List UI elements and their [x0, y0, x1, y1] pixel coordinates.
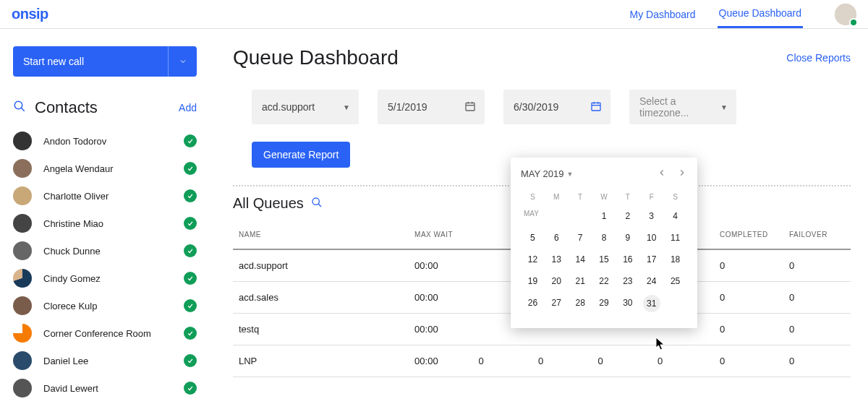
calendar-day[interactable]: 1 — [592, 205, 616, 227]
contact-name: Angela Wendaur — [43, 163, 114, 174]
profile-avatar[interactable] — [835, 4, 856, 25]
nav-my-dashboard[interactable]: My Dashboard — [629, 1, 697, 27]
calendar-day[interactable]: 7 — [569, 227, 592, 249]
start-date-value: 5/1/2019 — [388, 101, 427, 113]
dropdown-icon: ▼ — [720, 103, 728, 111]
table-cell: acd.support — [233, 249, 409, 282]
calendar-day[interactable]: 23 — [616, 270, 639, 292]
calendar-day[interactable]: 26 — [521, 292, 545, 315]
contact-item[interactable]: Daniel Lee — [13, 347, 197, 374]
calendar-day[interactable]: 10 — [639, 227, 663, 249]
calendar-day[interactable]: 18 — [663, 249, 687, 270]
calendar-day[interactable]: 30 — [616, 292, 639, 315]
table-cell: testq — [233, 314, 409, 345]
presence-indicator — [849, 18, 858, 27]
contact-name: Cindy Gomez — [43, 273, 101, 284]
calendar-day[interactable]: 11 — [663, 227, 687, 249]
check-icon — [187, 192, 194, 199]
contact-avatar — [13, 269, 32, 288]
presence-badge — [184, 327, 197, 340]
table-cell: 0 — [532, 345, 592, 377]
table-cell: 00:00 — [409, 282, 472, 314]
search-icon[interactable] — [13, 100, 26, 116]
contact-item[interactable]: Corner Conference Room — [13, 319, 197, 347]
contact-item[interactable]: Clorece Kulp — [13, 292, 197, 319]
presence-badge — [184, 162, 197, 175]
calendar-day-header: S — [521, 189, 545, 205]
svg-line-11 — [318, 204, 321, 207]
contact-avatar — [13, 351, 32, 370]
calendar-day[interactable]: 31 — [643, 295, 660, 312]
generate-report-button[interactable]: Generate Report — [252, 142, 350, 168]
contact-item[interactable]: Charlotte Oliver — [13, 182, 197, 210]
contact-name: Christine Miao — [43, 218, 103, 229]
start-date-input[interactable]: 5/1/2019 — [378, 90, 485, 124]
add-contact-link[interactable]: Add — [179, 102, 197, 113]
calendar-header: MAY 2019 ▼ — [521, 168, 687, 180]
calendar-day[interactable]: 27 — [545, 292, 569, 315]
calendar-day[interactable]: 16 — [616, 249, 639, 270]
table-header: COMPLETED — [714, 218, 783, 249]
dropdown-icon: ▼ — [567, 171, 574, 178]
svg-point-10 — [312, 198, 319, 205]
presence-badge — [184, 299, 197, 312]
calendar-day[interactable]: 22 — [592, 270, 616, 292]
calendar-next[interactable] — [677, 168, 687, 180]
search-icon[interactable] — [311, 197, 323, 211]
calendar-day[interactable]: 25 — [663, 270, 687, 292]
calendar-prev[interactable] — [657, 168, 667, 180]
queue-select[interactable]: acd.support ▼ — [252, 90, 359, 124]
calendar-day-header: F — [639, 189, 663, 205]
contact-item[interactable]: Chuck Dunne — [13, 237, 197, 265]
nav-queue-dashboard[interactable]: Queue Dashboard — [718, 0, 803, 28]
table-row[interactable]: LNP00:00000000 — [233, 345, 851, 377]
calendar-day[interactable]: 6 — [545, 227, 569, 249]
timezone-placeholder: Select a timezone... — [639, 95, 720, 119]
check-icon — [187, 247, 194, 254]
calendar-day[interactable]: 8 — [592, 227, 616, 249]
calendar-day[interactable]: 14 — [569, 249, 592, 270]
presence-badge — [184, 134, 197, 147]
calendar-nav — [657, 168, 687, 180]
calendar-day[interactable]: 9 — [616, 227, 639, 249]
check-icon — [187, 330, 194, 337]
contact-item[interactable]: Andon Todorov — [13, 127, 197, 155]
calendar-day[interactable]: 3 — [639, 205, 663, 227]
contact-item[interactable]: Christine Miao — [13, 210, 197, 237]
start-call-button[interactable]: Start new call — [13, 46, 197, 77]
contact-item[interactable]: Cindy Gomez — [13, 265, 197, 292]
contact-avatar — [13, 379, 32, 397]
check-icon — [187, 384, 194, 392]
calendar-day[interactable]: 4 — [663, 205, 687, 227]
calendar-day[interactable]: 20 — [545, 270, 569, 292]
contact-item[interactable]: Angela Wendaur — [13, 155, 197, 182]
start-call-dropdown[interactable] — [168, 46, 197, 77]
sidebar: Start new call Contacts Add Andon Todoro… — [0, 29, 210, 417]
check-icon — [187, 302, 194, 309]
contacts-header: Contacts Add — [13, 98, 197, 117]
table-header: MAX WAIT — [409, 218, 472, 249]
calendar-day-header: S — [663, 189, 687, 205]
table-cell: 0 — [783, 314, 851, 345]
close-reports-link[interactable]: Close Reports — [786, 52, 851, 64]
calendar-day[interactable]: 2 — [616, 205, 639, 227]
contact-item[interactable]: David Lewert — [13, 374, 197, 402]
end-date-input[interactable]: 6/30/2019 — [503, 90, 610, 124]
calendar-day[interactable]: 13 — [545, 249, 569, 270]
calendar-day[interactable]: 29 — [592, 292, 616, 315]
table-cell: 00:00 — [409, 345, 472, 377]
calendar-day[interactable]: 19 — [521, 270, 545, 292]
table-cell: 0 — [472, 345, 532, 377]
calendar-day[interactable]: 12 — [521, 249, 545, 270]
start-call-label: Start new call — [13, 46, 168, 77]
table-cell: acd.sales — [233, 282, 409, 314]
calendar-day[interactable]: 5 — [521, 227, 545, 249]
calendar-day[interactable]: 17 — [639, 249, 663, 270]
calendar-day[interactable]: 15 — [592, 249, 616, 270]
calendar-day[interactable]: 24 — [639, 270, 663, 292]
timezone-select[interactable]: Select a timezone... ▼ — [629, 90, 736, 124]
calendar-month-label[interactable]: MAY 2019 ▼ — [521, 168, 573, 179]
calendar-day[interactable]: 21 — [569, 270, 592, 292]
calendar-day[interactable]: 28 — [569, 292, 592, 315]
dropdown-icon: ▼ — [343, 103, 350, 111]
